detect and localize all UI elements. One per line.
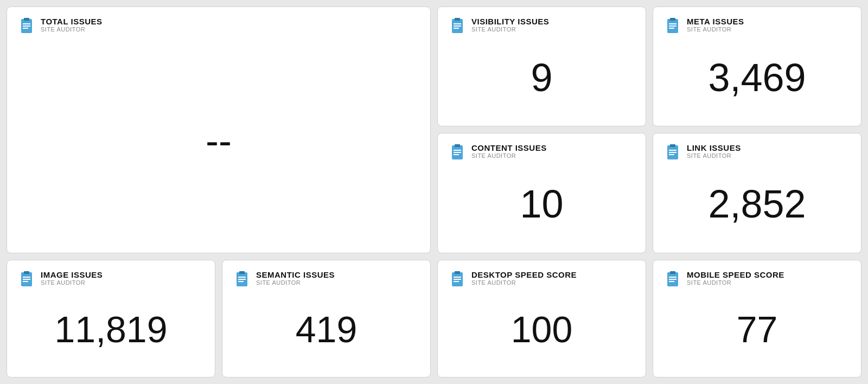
svg-rect-38 (454, 279, 461, 280)
svg-rect-19 (454, 154, 459, 155)
card-value: 11,819 (18, 292, 204, 367)
svg-rect-27 (23, 277, 30, 278)
svg-rect-28 (23, 279, 30, 280)
card-value: 2,852 (664, 165, 850, 242)
svg-rect-36 (455, 271, 460, 274)
card-subtitle: SITE AUDITOR (256, 279, 335, 286)
card-header: META ISSUES SITE AUDITOR (664, 17, 850, 34)
card-subtitle: SITE AUDITOR (471, 26, 549, 33)
svg-rect-7 (454, 23, 461, 24)
card-header: LINK ISSUES SITE AUDITOR (664, 143, 850, 161)
svg-rect-33 (238, 279, 246, 280)
visibility-issues-card: VISIBILITY ISSUES SITE AUDITOR 9 (437, 7, 646, 126)
card-title: TOTAL ISSUES (41, 17, 103, 26)
card-header: TOTAL ISSUES SITE AUDITOR (18, 17, 419, 34)
card-header: VISIBILITY ISSUES SITE AUDITOR (449, 17, 635, 34)
svg-rect-4 (23, 28, 28, 29)
card-title: IMAGE ISSUES (41, 270, 103, 279)
total-issues-card: TOTAL ISSUES SITE AUDITOR -- (7, 7, 431, 253)
svg-rect-16 (455, 144, 460, 147)
card-title: SEMANTIC ISSUES (256, 270, 335, 279)
svg-rect-14 (669, 28, 674, 29)
dashboard: TOTAL ISSUES SITE AUDITOR -- VISIBILITY … (7, 7, 861, 377)
card-subtitle: SITE AUDITOR (41, 26, 103, 33)
card-subtitle: SITE AUDITOR (471, 152, 547, 159)
link-issues-card: LINK ISSUES SITE AUDITOR 2,852 (653, 133, 861, 253)
svg-rect-31 (239, 271, 245, 274)
card-title: VISIBILITY ISSUES (471, 17, 549, 26)
semantic-issues-card: SEMANTIC ISSUES SITE AUDITOR 419 (222, 260, 431, 377)
meta-issues-card: META ISSUES SITE AUDITOR 3,469 (653, 7, 861, 126)
card-title: CONTENT ISSUES (471, 143, 547, 152)
clipboard-icon (233, 270, 251, 287)
image-issues-card: IMAGE ISSUES SITE AUDITOR 11,819 (7, 260, 215, 377)
clipboard-icon (449, 143, 466, 161)
card-header: DESKTOP SPEED SCORE SITE AUDITOR (449, 270, 635, 287)
svg-rect-24 (669, 154, 674, 155)
svg-rect-37 (454, 277, 461, 278)
card-title: MOBILE SPEED SCORE (687, 270, 784, 279)
svg-rect-26 (24, 271, 29, 274)
svg-rect-17 (454, 150, 461, 151)
svg-rect-18 (454, 152, 461, 153)
desktop-speed-card: DESKTOP SPEED SCORE SITE AUDITOR 100 (437, 260, 646, 377)
card-subtitle: SITE AUDITOR (687, 26, 744, 33)
svg-rect-23 (669, 152, 676, 153)
card-value: 3,469 (664, 39, 850, 116)
card-value: 9 (449, 39, 635, 116)
svg-rect-29 (23, 281, 28, 282)
clipboard-icon (449, 17, 466, 34)
svg-rect-43 (669, 279, 676, 280)
card-header: IMAGE ISSUES SITE AUDITOR (18, 270, 204, 287)
svg-rect-8 (454, 25, 461, 27)
card-value: 419 (233, 292, 419, 367)
svg-rect-44 (669, 281, 674, 282)
card-subtitle: SITE AUDITOR (687, 279, 784, 286)
card-value: -- (18, 39, 419, 243)
svg-rect-42 (669, 277, 676, 278)
card-title-block: TOTAL ISSUES SITE AUDITOR (41, 17, 103, 33)
mobile-speed-card: MOBILE SPEED SCORE SITE AUDITOR 77 (653, 260, 861, 377)
clipboard-icon (18, 17, 35, 34)
card-subtitle: SITE AUDITOR (41, 279, 103, 286)
card-title-block: IMAGE ISSUES SITE AUDITOR (41, 270, 103, 286)
svg-rect-32 (238, 277, 246, 278)
svg-rect-22 (669, 150, 676, 151)
svg-rect-13 (669, 25, 676, 27)
clipboard-icon (664, 270, 681, 287)
clipboard-icon (449, 270, 466, 287)
card-subtitle: SITE AUDITOR (687, 152, 741, 159)
card-title-block: DESKTOP SPEED SCORE SITE AUDITOR (471, 270, 577, 286)
clipboard-icon (664, 17, 681, 34)
svg-rect-41 (670, 271, 675, 274)
card-title-block: META ISSUES SITE AUDITOR (687, 17, 744, 33)
card-value: 100 (449, 292, 635, 367)
clipboard-icon (664, 143, 681, 161)
clipboard-icon (18, 270, 35, 287)
svg-rect-9 (454, 28, 459, 29)
card-title-block: VISIBILITY ISSUES SITE AUDITOR (471, 17, 549, 33)
card-title-block: LINK ISSUES SITE AUDITOR (687, 143, 741, 159)
svg-rect-2 (23, 23, 30, 24)
svg-rect-12 (669, 23, 676, 24)
content-issues-card: CONTENT ISSUES SITE AUDITOR 10 (437, 133, 646, 253)
card-header: CONTENT ISSUES SITE AUDITOR (449, 143, 635, 161)
svg-rect-21 (670, 144, 675, 147)
card-title: LINK ISSUES (687, 143, 741, 152)
card-title: META ISSUES (687, 17, 744, 26)
card-header: SEMANTIC ISSUES SITE AUDITOR (233, 270, 419, 287)
card-title-block: SEMANTIC ISSUES SITE AUDITOR (256, 270, 335, 286)
svg-rect-11 (670, 18, 675, 21)
card-value: 77 (664, 292, 850, 367)
svg-rect-1 (24, 18, 29, 21)
card-subtitle: SITE AUDITOR (471, 279, 577, 286)
card-header: MOBILE SPEED SCORE SITE AUDITOR (664, 270, 850, 287)
svg-rect-3 (23, 25, 30, 27)
card-value: 10 (449, 165, 635, 242)
card-title-block: CONTENT ISSUES SITE AUDITOR (471, 143, 547, 159)
card-title-block: MOBILE SPEED SCORE SITE AUDITOR (687, 270, 784, 286)
svg-rect-39 (454, 281, 459, 282)
card-title: DESKTOP SPEED SCORE (471, 270, 577, 279)
svg-rect-34 (238, 281, 244, 282)
svg-rect-6 (455, 18, 460, 21)
